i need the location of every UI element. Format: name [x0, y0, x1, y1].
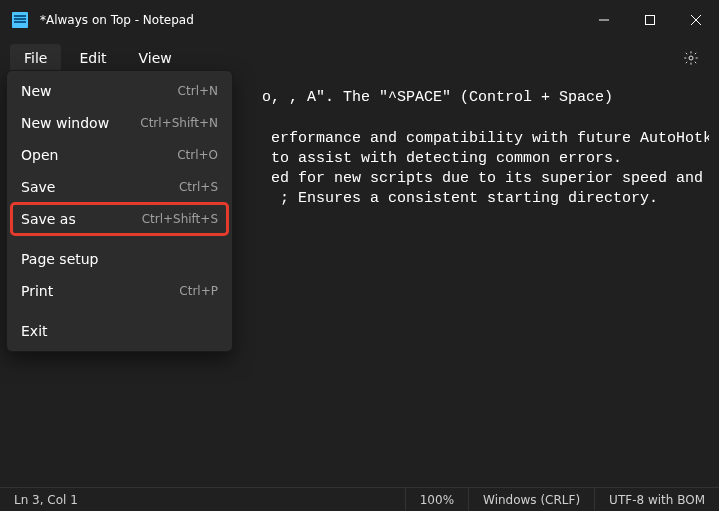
menu-item-new-window[interactable]: New windowCtrl+Shift+N	[11, 107, 228, 139]
menu-item-label: Save as	[21, 211, 76, 227]
status-line-ending[interactable]: Windows (CRLF)	[468, 488, 594, 511]
menu-item-shortcut: Ctrl+N	[178, 84, 218, 98]
menu-item-save-as[interactable]: Save asCtrl+Shift+S	[11, 203, 228, 235]
status-zoom[interactable]: 100%	[405, 488, 468, 511]
menu-edit[interactable]: Edit	[65, 44, 120, 72]
menu-item-label: Exit	[21, 323, 48, 339]
menu-item-print[interactable]: PrintCtrl+P	[11, 275, 228, 307]
menu-item-label: Print	[21, 283, 53, 299]
menu-item-label: New	[21, 83, 52, 99]
menu-file[interactable]: File	[10, 44, 61, 72]
menu-item-shortcut: Ctrl+O	[177, 148, 218, 162]
menu-item-page-setup[interactable]: Page setup	[11, 243, 228, 275]
menu-item-save[interactable]: SaveCtrl+S	[11, 171, 228, 203]
minimize-button[interactable]	[581, 0, 627, 40]
menu-item-shortcut: Ctrl+Shift+S	[142, 212, 218, 226]
menu-item-shortcut: Ctrl+P	[179, 284, 218, 298]
menu-item-open[interactable]: OpenCtrl+O	[11, 139, 228, 171]
maximize-button[interactable]	[627, 0, 673, 40]
svg-point-4	[689, 56, 693, 60]
menu-item-new[interactable]: NewCtrl+N	[11, 75, 228, 107]
menu-item-exit[interactable]: Exit	[11, 315, 228, 347]
menu-item-shortcut: Ctrl+Shift+N	[140, 116, 218, 130]
menu-item-label: Open	[21, 147, 58, 163]
menu-item-shortcut: Ctrl+S	[179, 180, 218, 194]
statusbar: Ln 3, Col 1 100% Windows (CRLF) UTF-8 wi…	[0, 487, 719, 511]
file-menu-dropdown: NewCtrl+NNew windowCtrl+Shift+NOpenCtrl+…	[6, 70, 233, 352]
window-title: *Always on Top - Notepad	[40, 13, 194, 27]
titlebar[interactable]: *Always on Top - Notepad	[0, 0, 719, 40]
notepad-icon	[12, 12, 28, 28]
menu-item-label: Save	[21, 179, 55, 195]
menu-item-label: Page setup	[21, 251, 99, 267]
menu-view[interactable]: View	[125, 44, 186, 72]
menu-item-label: New window	[21, 115, 109, 131]
window-controls	[581, 0, 719, 40]
close-button[interactable]	[673, 0, 719, 40]
status-position: Ln 3, Col 1	[0, 488, 92, 511]
settings-button[interactable]	[675, 42, 707, 74]
svg-rect-1	[646, 16, 655, 25]
status-encoding[interactable]: UTF-8 with BOM	[594, 488, 719, 511]
gear-icon	[683, 50, 699, 66]
